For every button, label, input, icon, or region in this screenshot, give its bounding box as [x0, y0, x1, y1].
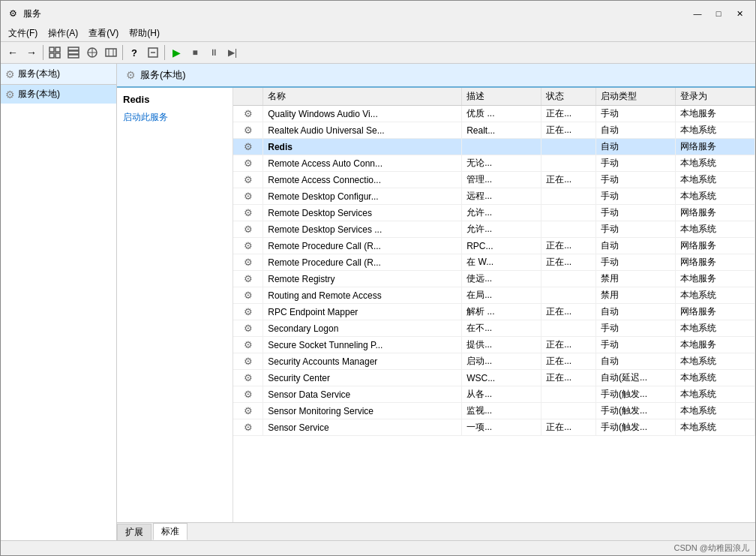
view-btn-1[interactable]: [46, 44, 64, 62]
main-window: ⚙ 服务 — □ ✕ 文件(F) 操作(A) 查看(V) 帮助(H) ← →: [0, 0, 756, 556]
sidebar-item-services[interactable]: ⚙ 服务(本地): [1, 85, 116, 104]
col-name-header[interactable]: 名称: [263, 88, 462, 106]
table-area[interactable]: 名称 描述 状态 启动类型: [233, 88, 755, 522]
row-name: Remote Desktop Services: [263, 205, 462, 221]
row-icon: ⚙: [233, 122, 263, 139]
close-button[interactable]: ✕: [730, 7, 749, 20]
row-name: Sensor Data Service: [263, 386, 462, 403]
row-icon: ⚙: [233, 106, 263, 122]
table-row[interactable]: ⚙Security CenterWSC...正在...自动(延迟...本地系统: [233, 370, 755, 386]
minimize-button[interactable]: —: [688, 7, 707, 20]
svg-rect-6: [68, 55, 79, 58]
view-btn-3[interactable]: [83, 44, 101, 62]
forward-button[interactable]: →: [22, 44, 40, 62]
row-name: Security Center: [263, 370, 462, 386]
row-icon: ⚙: [233, 221, 263, 238]
row-status: 正在...: [542, 353, 596, 370]
table-row[interactable]: ⚙Remote Access Connectio...管理...正在...手动本…: [233, 172, 755, 188]
row-desc: 允许...: [462, 221, 542, 238]
table-row[interactable]: ⚙Remote Desktop Configur...远程...手动本地系统: [233, 188, 755, 205]
tab-expand[interactable]: 扩展: [117, 524, 152, 540]
start-service-link[interactable]: 启动此服务: [123, 112, 168, 122]
col-desc-header[interactable]: 描述: [462, 88, 542, 106]
row-status: 正在...: [542, 419, 596, 436]
table-row[interactable]: ⚙Quality Windows Audio Vi...优质 ...正在...手…: [233, 106, 755, 122]
table-row[interactable]: ⚙Remote Access Auto Conn...无论...手动本地系统: [233, 155, 755, 172]
window-title: 服务: [23, 8, 41, 20]
table-row[interactable]: ⚙Sensor Service一项...正在...手动(触发...本地系统: [233, 419, 755, 436]
table-row[interactable]: ⚙Remote Registry使远...禁用本地服务: [233, 271, 755, 287]
col-logon-header[interactable]: 登录为: [675, 88, 754, 106]
row-logon: 本地系统: [675, 221, 754, 238]
row-logon: 本地系统: [675, 353, 754, 370]
row-startup: 手动: [596, 221, 676, 238]
table-row[interactable]: ⚙Secondary Logon在不...手动本地系统: [233, 320, 755, 337]
menu-help[interactable]: 帮助(H): [124, 26, 164, 41]
table-row[interactable]: ⚙Routing and Remote Access在局...禁用本地系统: [233, 287, 755, 304]
services-list: ⚙Quality Windows Audio Vi...优质 ...正在...手…: [233, 106, 755, 436]
row-desc: 监视...: [462, 403, 542, 419]
menu-action[interactable]: 操作(A): [44, 26, 82, 41]
menu-file[interactable]: 文件(F): [4, 26, 42, 41]
col-icon-header: [233, 88, 263, 106]
footer-text: CSDN @幼稚园浪儿: [674, 543, 749, 552]
tab-standard[interactable]: 标准: [153, 523, 188, 540]
table-row[interactable]: ⚙Redis自动网络服务: [233, 139, 755, 155]
row-desc: 从各...: [462, 386, 542, 403]
table-row[interactable]: ⚙Remote Desktop Services允许...手动网络服务: [233, 205, 755, 221]
row-logon: 本地服务: [675, 337, 754, 353]
table-row[interactable]: ⚙Remote Desktop Services ...允许...手动本地系统: [233, 221, 755, 238]
row-icon: ⚙: [233, 287, 263, 304]
back-button[interactable]: ←: [4, 44, 22, 62]
sidebar-header-label: 服务(本地): [18, 68, 60, 80]
table-row[interactable]: ⚙Remote Procedure Call (R...在 W...正在...手…: [233, 254, 755, 271]
row-name: Security Accounts Manager: [263, 353, 462, 370]
row-icon: ⚙: [233, 271, 263, 287]
row-name: Remote Desktop Services ...: [263, 221, 462, 238]
row-status: [542, 221, 596, 238]
row-status: 正在...: [542, 122, 596, 139]
row-icon: ⚙: [233, 205, 263, 221]
table-row[interactable]: ⚙RPC Endpoint Mapper解析 ...正在...自动网络服务: [233, 304, 755, 320]
row-icon: ⚙: [233, 419, 263, 436]
row-name: Secure Socket Tunneling P...: [263, 337, 462, 353]
stop-button[interactable]: ■: [186, 44, 204, 62]
play-button[interactable]: ▶: [167, 44, 185, 62]
table-row[interactable]: ⚙Realtek Audio Universal Se...Realt...正在…: [233, 122, 755, 139]
menu-view[interactable]: 查看(V): [84, 26, 123, 41]
table-row[interactable]: ⚙Secure Socket Tunneling P...提供...正在...手…: [233, 337, 755, 353]
col-status-header[interactable]: 状态: [542, 88, 596, 106]
row-icon: ⚙: [233, 370, 263, 386]
content-header: ⚙ 服务(本地): [117, 64, 755, 88]
row-startup: 手动: [596, 188, 676, 205]
table-row[interactable]: ⚙Security Accounts Manager启动...正在...自动本地…: [233, 353, 755, 370]
row-startup: 自动: [596, 238, 676, 254]
view-btn-2[interactable]: [64, 44, 82, 62]
export-button[interactable]: [144, 44, 162, 62]
toolbar-separator-1: [43, 45, 44, 60]
row-desc: 优质 ...: [462, 106, 542, 122]
row-name: Remote Procedure Call (R...: [263, 238, 462, 254]
svg-rect-5: [68, 51, 79, 54]
menu-bar: 文件(F) 操作(A) 查看(V) 帮助(H): [1, 25, 755, 41]
title-bar: ⚙ 服务 — □ ✕: [1, 1, 755, 25]
row-startup: 手动: [596, 337, 676, 353]
table-row[interactable]: ⚙Sensor Data Service从各...手动(触发...本地系统: [233, 386, 755, 403]
window-controls: — □ ✕: [688, 7, 749, 20]
row-status: [542, 287, 596, 304]
maximize-button[interactable]: □: [709, 7, 728, 20]
help-button[interactable]: ?: [125, 44, 143, 62]
row-status: 正在...: [542, 337, 596, 353]
row-desc: 提供...: [462, 337, 542, 353]
col-startup-header[interactable]: 启动类型: [596, 88, 676, 106]
row-icon: ⚙: [233, 238, 263, 254]
table-row[interactable]: ⚙Remote Procedure Call (R...RPC...正在...自…: [233, 238, 755, 254]
row-desc: 远程...: [462, 188, 542, 205]
restart-button[interactable]: ▶|: [224, 44, 242, 62]
row-icon: ⚙: [233, 320, 263, 337]
row-logon: 网络服务: [675, 139, 754, 155]
row-desc: 使远...: [462, 271, 542, 287]
view-btn-4[interactable]: [102, 44, 120, 62]
table-row[interactable]: ⚙Sensor Monitoring Service监视...手动(触发...本…: [233, 403, 755, 419]
pause-button[interactable]: ⏸: [205, 44, 223, 62]
